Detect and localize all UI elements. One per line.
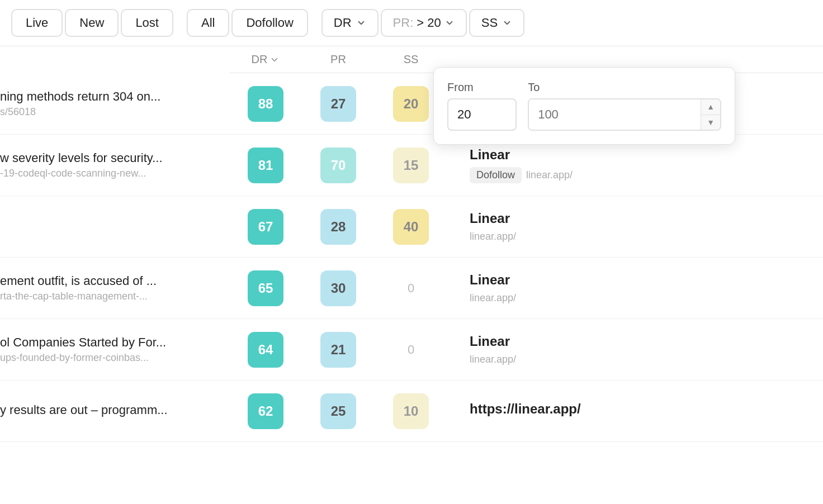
- row-pr-3: 30: [302, 270, 375, 306]
- row-dr-1: 81: [229, 148, 302, 183]
- badge-dr-2: 67: [248, 209, 283, 245]
- row-left-4: ol Companies Started by For... ups-found…: [0, 335, 229, 364]
- popup-from-label: From: [447, 81, 517, 94]
- filter-pr-button[interactable]: PR: > 20: [381, 9, 467, 37]
- popup-row: From To ▲ ▼: [447, 81, 721, 131]
- row-ss-4: 0: [375, 343, 447, 357]
- row-right-4: Linear linear.app/: [447, 334, 823, 365]
- right-title-4: Linear: [470, 334, 823, 349]
- badge-dr-4: 64: [248, 332, 283, 368]
- spinner-up-button[interactable]: ▲: [701, 99, 720, 115]
- row-url-3: rta-the-cap-table-management-...: [0, 291, 218, 302]
- badge-pr-5: 25: [320, 393, 356, 429]
- row-left-3: ement outfit, is accused of ... rta-the-…: [0, 274, 229, 302]
- filter-pr-value: > 20: [417, 16, 441, 30]
- row-url-0: s/56018: [0, 106, 218, 118]
- badge-ss-3: 0: [408, 281, 414, 296]
- row-left-2: [0, 226, 229, 228]
- row-dr-4: 64: [229, 332, 302, 368]
- filter-pr-label: PR:: [393, 16, 414, 30]
- row-right-3: Linear linear.app/: [447, 272, 823, 304]
- row-dr-5: 62: [229, 393, 302, 429]
- col-header-pr: PR: [302, 53, 375, 66]
- row-left-5: y results are out – programm...: [0, 403, 229, 420]
- badge-pr-1: 70: [320, 148, 356, 183]
- row-ss-2: 40: [375, 209, 447, 245]
- tag-dofollow-1: Dofollow: [470, 167, 522, 183]
- filter-ss-button[interactable]: SS: [469, 9, 524, 37]
- sort-icon-dr: [269, 55, 280, 65]
- badge-ss-0: 20: [393, 86, 429, 122]
- row-title-3: ement outfit, is accused of ...: [0, 274, 218, 288]
- row-pr-4: 21: [302, 332, 375, 368]
- row-title-1: w severity levels for security...: [0, 151, 218, 165]
- row-dr-2: 67: [229, 209, 302, 245]
- badge-ss-1: 15: [393, 148, 429, 183]
- row-url-1: -19-codeql-code-scanning-new...: [0, 168, 218, 179]
- right-url-2: linear.app/: [470, 231, 823, 243]
- badge-dr-5: 62: [248, 393, 283, 429]
- table-row: y results are out – programm... 62 25 10…: [0, 381, 823, 442]
- badge-pr-4: 21: [320, 332, 356, 368]
- row-dr-0: 88: [229, 86, 302, 122]
- filter-lost-button[interactable]: Lost: [121, 9, 173, 37]
- col-header-dr[interactable]: DR: [229, 53, 302, 66]
- right-url-4: linear.app/: [470, 354, 823, 365]
- spinner-down-button[interactable]: ▼: [701, 115, 720, 130]
- col-header-ss: SS: [375, 53, 447, 66]
- row-pr-2: 28: [302, 209, 375, 245]
- popup-from-field: From: [447, 81, 517, 131]
- popup-to-input[interactable]: [529, 99, 701, 130]
- popup-to-spinner-wrapper: ▲ ▼: [528, 98, 721, 131]
- popup-to-label: To: [528, 81, 721, 94]
- chevron-down-icon-pr: [444, 18, 455, 28]
- badge-ss-2: 40: [393, 209, 429, 245]
- row-pr-5: 25: [302, 393, 375, 429]
- badge-ss-4: 0: [408, 343, 414, 357]
- right-url-3: linear.app/: [470, 292, 823, 304]
- table-row: ol Companies Started by For... ups-found…: [0, 319, 823, 381]
- page-wrapper: Live New Lost All Dofollow DR PR: > 20 S…: [0, 0, 823, 504]
- row-right-5: https://linear.app/: [447, 401, 823, 421]
- row-title-0: ning methods return 304 on...: [0, 89, 218, 104]
- right-title-1: Linear: [470, 147, 823, 163]
- right-tags-1: Dofollow linear.app/: [470, 167, 823, 183]
- right-title-3: Linear: [470, 272, 823, 288]
- row-ss-5: 10: [375, 393, 447, 429]
- filter-ss-label: SS: [481, 16, 498, 30]
- filter-dr-button[interactable]: DR: [321, 9, 379, 37]
- badge-dr-1: 81: [248, 148, 283, 183]
- filter-new-button[interactable]: New: [65, 9, 119, 37]
- row-pr-1: 70: [302, 148, 375, 183]
- popup-from-input[interactable]: [447, 98, 517, 131]
- badge-pr-0: 27: [320, 86, 356, 122]
- row-right-1: Linear Dofollow linear.app/: [447, 147, 823, 183]
- table-row: ement outfit, is accused of ... rta-the-…: [0, 258, 823, 319]
- right-url-1: linear.app/: [526, 169, 573, 181]
- table-row: 67 28 40 Linear linear.app/: [0, 196, 823, 258]
- badge-dr-3: 65: [248, 270, 283, 306]
- row-pr-0: 27: [302, 86, 375, 122]
- spinner-buttons: ▲ ▼: [701, 99, 720, 130]
- badge-pr-3: 30: [320, 270, 356, 306]
- row-url-4: ups-founded-by-former-coinbas...: [0, 352, 218, 364]
- chevron-down-icon: [356, 18, 366, 28]
- row-right-2: Linear linear.app/: [447, 211, 823, 243]
- popup-to-field: To ▲ ▼: [528, 81, 721, 131]
- filter-dr-label: DR: [334, 16, 352, 30]
- filter-dofollow-button[interactable]: Dofollow: [231, 9, 308, 37]
- right-title-5: https://linear.app/: [470, 401, 823, 417]
- filter-bar: Live New Lost All Dofollow DR PR: > 20 S…: [0, 0, 823, 46]
- row-left-1: w severity levels for security... -19-co…: [0, 151, 229, 179]
- badge-pr-2: 28: [320, 209, 356, 245]
- badge-dr-0: 88: [248, 86, 283, 122]
- row-dr-3: 65: [229, 270, 302, 306]
- filter-live-button[interactable]: Live: [11, 9, 63, 37]
- filter-all-button[interactable]: All: [187, 9, 229, 37]
- chevron-down-icon-ss: [502, 18, 512, 28]
- row-title-5: y results are out – programm...: [0, 403, 218, 417]
- row-ss-3: 0: [375, 281, 447, 296]
- right-title-2: Linear: [470, 211, 823, 226]
- pr-filter-popup: From To ▲ ▼: [433, 67, 735, 145]
- row-ss-1: 15: [375, 148, 447, 183]
